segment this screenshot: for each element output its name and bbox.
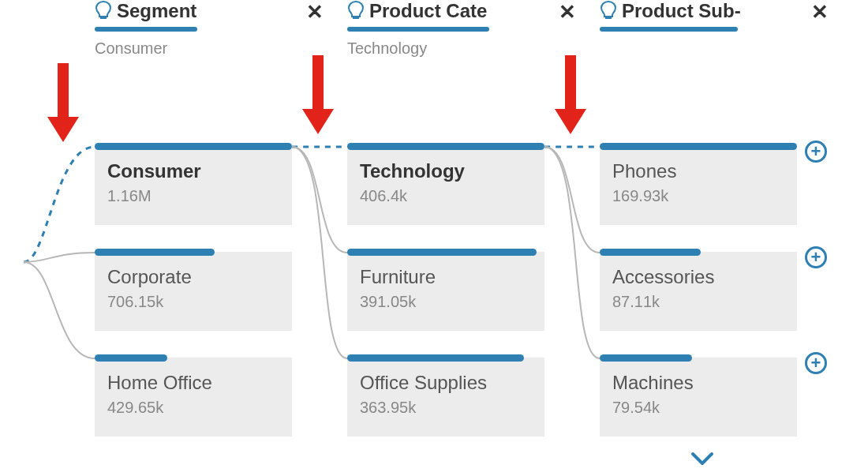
- card-technology[interactable]: Technology 406.4k: [347, 146, 544, 225]
- plus-circle-icon[interactable]: [805, 246, 827, 268]
- card-name: Home Office: [107, 372, 279, 394]
- bar-indicator: [347, 249, 537, 256]
- column-header-category: Product Cate ✕ Technology: [347, 0, 576, 58]
- annotation-arrow-2: [294, 55, 342, 142]
- card-name: Accessories: [612, 266, 784, 288]
- subcategory-cards: Phones 169.93k Accessories 87.11k Machin…: [600, 146, 797, 463]
- card-name: Corporate: [107, 266, 279, 288]
- segment-cards: Consumer 1.16M Corporate 706.15k Home Of…: [95, 146, 292, 463]
- card-name: Technology: [360, 160, 532, 182]
- bar-indicator: [95, 249, 215, 256]
- card-value: 429.65k: [107, 399, 279, 417]
- card-name: Consumer: [107, 160, 279, 182]
- header-underline: [347, 27, 489, 32]
- column-subtext: Consumer: [95, 39, 324, 58]
- card-value: 79.54k: [612, 399, 784, 417]
- svg-marker-5: [555, 109, 586, 134]
- card-value: 706.15k: [107, 293, 279, 311]
- column-header-segment: Segment ✕ Consumer: [95, 0, 324, 58]
- card-phones[interactable]: Phones 169.93k: [600, 146, 797, 225]
- bar-indicator: [600, 354, 692, 362]
- column-title: Product Cate: [369, 0, 487, 22]
- card-name: Furniture: [360, 266, 532, 288]
- header-underline: [95, 27, 197, 32]
- column-title: Segment: [117, 0, 196, 22]
- svg-rect-6: [100, 17, 107, 19]
- close-icon[interactable]: ✕: [306, 0, 324, 24]
- card-machines[interactable]: Machines 79.54k: [600, 358, 797, 437]
- annotation-arrow-1: [39, 63, 87, 150]
- svg-rect-7: [353, 17, 359, 19]
- annotation-arrow-3: [547, 55, 594, 142]
- plus-circle-icon[interactable]: [805, 141, 827, 163]
- svg-rect-8: [605, 17, 612, 19]
- lightbulb-icon: [600, 1, 617, 21]
- card-consumer[interactable]: Consumer 1.16M: [95, 146, 292, 225]
- bar-indicator: [347, 354, 524, 362]
- card-value: 406.4k: [360, 187, 532, 205]
- lightbulb-icon: [95, 1, 112, 21]
- svg-marker-3: [302, 109, 334, 134]
- card-value: 1.16M: [107, 187, 279, 205]
- card-value: 169.93k: [612, 187, 784, 205]
- column-subtext: [600, 39, 829, 58]
- card-name: Machines: [612, 372, 784, 394]
- bar-indicator: [95, 143, 292, 150]
- card-name: Phones: [612, 160, 784, 182]
- column-subtext: Technology: [347, 39, 576, 58]
- card-value: 87.11k: [612, 293, 784, 311]
- bar-indicator: [95, 354, 167, 362]
- chevron-down-icon[interactable]: [690, 446, 714, 473]
- svg-marker-1: [47, 117, 79, 142]
- lightbulb-icon: [347, 1, 365, 21]
- card-office-supplies[interactable]: Office Supplies 363.95k: [347, 358, 544, 437]
- card-home-office[interactable]: Home Office 429.65k: [95, 358, 292, 437]
- category-cards: Technology 406.4k Furniture 391.05k Offi…: [347, 146, 544, 463]
- column-title: Product Sub-: [622, 0, 741, 22]
- card-value: 391.05k: [360, 293, 532, 311]
- bar-indicator: [347, 143, 544, 150]
- card-furniture[interactable]: Furniture 391.05k: [347, 252, 544, 331]
- card-name: Office Supplies: [360, 372, 532, 394]
- plus-circle-icon[interactable]: [805, 352, 827, 374]
- close-icon[interactable]: ✕: [811, 0, 829, 24]
- card-value: 363.95k: [360, 399, 532, 417]
- header-underline: [600, 27, 738, 32]
- card-accessories[interactable]: Accessories 87.11k: [600, 252, 797, 331]
- bar-indicator: [600, 143, 797, 150]
- column-header-subcategory: Product Sub- ✕: [600, 0, 829, 58]
- close-icon[interactable]: ✕: [559, 0, 576, 24]
- bar-indicator: [600, 249, 701, 256]
- card-corporate[interactable]: Corporate 706.15k: [95, 252, 292, 331]
